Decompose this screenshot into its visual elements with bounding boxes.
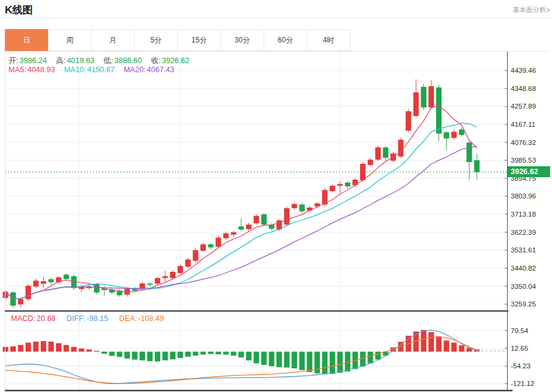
macd-histogram-bar [132, 352, 137, 360]
candle-body [246, 225, 251, 229]
candle-body [49, 279, 54, 282]
macd-histogram-bar [246, 352, 251, 360]
candle-body [147, 283, 152, 285]
macd-histogram-bar [216, 352, 221, 354]
candle-body [459, 129, 465, 135]
main-y-axis-label: 4348.68 [511, 85, 536, 92]
candle-body [64, 275, 69, 279]
timeframe-tabbar: 日周月5分15分30分60分4时 [5, 29, 350, 51]
candle-body [421, 87, 426, 107]
candle-body [444, 132, 449, 138]
candle-body [436, 87, 441, 133]
tab-周[interactable]: 周 [48, 29, 92, 51]
info-pair: MA5:4048.93 [9, 66, 55, 74]
main-y-axis-label: 3985.53 [511, 157, 536, 164]
tab-15分[interactable]: 15分 [177, 29, 221, 51]
candle-body [330, 186, 335, 191]
macd-histogram-bar [322, 352, 327, 374]
macd-histogram-bar [56, 343, 61, 352]
main-y-axis-label: 4167.11 [511, 121, 536, 128]
candle-body [170, 272, 175, 278]
candle-body [390, 154, 396, 161]
macd-histogram-bar [124, 352, 130, 359]
info-pair: MACD:20.68 [11, 314, 56, 323]
candle-body [18, 299, 24, 305]
main-y-axis-label: 4439.46 [511, 67, 536, 74]
candle-body [414, 92, 419, 116]
info-pair: 收:3926.62 [151, 56, 189, 66]
macd-histogram-bar [177, 352, 183, 358]
macd-histogram-bar [94, 351, 100, 351]
candle-body [208, 245, 214, 248]
ma10-line [5, 123, 477, 299]
candle-body [26, 286, 31, 299]
info-pair: MA10:4150.67 [64, 66, 114, 74]
main-y-axis-label: 3713.18 [511, 211, 536, 218]
ma-info-row: MA5:4048.93MA10:4150.67MA20:4067.43 [9, 66, 174, 74]
macd-histogram-bar [436, 336, 441, 351]
candle-body [429, 86, 434, 107]
candle-body [299, 204, 305, 211]
main-y-axis-label: 3440.82 [511, 265, 536, 272]
main-y-axis-label: 4257.89 [511, 103, 536, 110]
candle-body [33, 280, 39, 286]
macd-histogram-bar [421, 330, 426, 352]
candle-body [383, 147, 389, 158]
candle-body [345, 183, 350, 186]
candle-body [193, 250, 199, 261]
macd-histogram-bar [451, 343, 457, 352]
macd-histogram-bar [33, 342, 39, 352]
macd-histogram-bar [193, 352, 199, 356]
macd-y-axis-label: -121.12 [511, 380, 534, 387]
candle-body [360, 164, 366, 180]
macd-histogram-bar [200, 352, 206, 355]
macd-y-axis-label: -54.23 [511, 362, 531, 370]
tab-日[interactable]: 日 [5, 29, 49, 51]
tab-月[interactable]: 月 [91, 29, 135, 51]
tab-60分[interactable]: 60分 [264, 29, 307, 51]
macd-histogram-bar [71, 347, 77, 352]
info-pair: DEA:-108.49 [119, 314, 164, 323]
macd-histogram-bar [307, 352, 312, 373]
macd-histogram-bar [444, 340, 449, 351]
tab-30分[interactable]: 30分 [220, 29, 264, 51]
macd-histogram-bar [109, 352, 115, 356]
macd-histogram-bar [140, 352, 145, 360]
tab-4时[interactable]: 4时 [307, 29, 350, 51]
macd-histogram-bar [49, 342, 54, 352]
current-price-badge: 3926.62 [508, 166, 550, 177]
main-y-axis-label: 4076.32 [511, 139, 536, 146]
candle-body [231, 232, 236, 235]
candle-body [406, 111, 411, 130]
macd-histogram-bar [79, 348, 84, 351]
candle-body [474, 160, 480, 172]
macd-histogram-bar [315, 352, 320, 374]
macd-histogram-bar [101, 352, 107, 354]
macd-histogram-bar [147, 352, 152, 362]
tab-5分[interactable]: 5分 [134, 29, 178, 51]
macd-histogram-bar [231, 352, 236, 356]
macd-histogram-bar [10, 346, 16, 352]
info-pair: 开:3986.24 [9, 56, 47, 66]
macd-histogram-bar [26, 343, 31, 352]
info-pair: DIFF:-98.15 [67, 314, 109, 323]
candle-body [367, 160, 373, 165]
macd-histogram-bar [117, 352, 122, 357]
candle-body [291, 204, 297, 208]
candle-body [223, 233, 229, 238]
macd-histogram-bar [64, 345, 69, 352]
candle-body [177, 266, 183, 273]
ma5-line [5, 106, 477, 299]
candle-body [155, 278, 160, 283]
macd-histogram-bar [208, 352, 214, 354]
candle-body [352, 180, 358, 185]
candle-body [284, 208, 290, 225]
main-y-axis-label: 3531.61 [511, 246, 536, 254]
main-y-axis-label: 3259.25 [511, 300, 536, 308]
macd-histogram-bar [299, 352, 305, 371]
main-y-axis-label: 3350.04 [511, 283, 536, 290]
candle-body [162, 276, 168, 278]
candle-body [375, 147, 381, 160]
info-pair: MA20:4067.43 [124, 66, 174, 74]
macd-info-row: MACD:20.68DIFF:-98.15DEA:-108.49 [11, 314, 164, 323]
